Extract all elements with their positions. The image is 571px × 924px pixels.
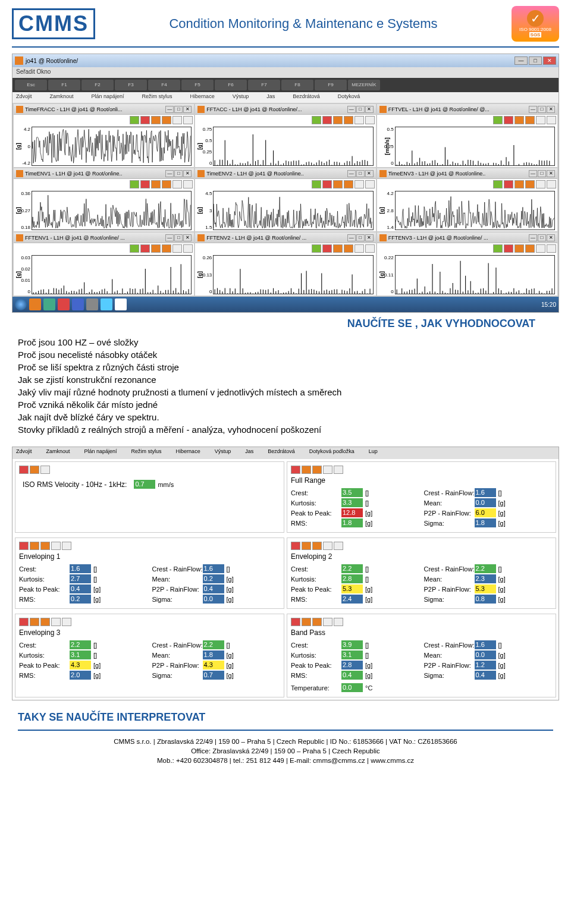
tool-icon[interactable] (525, 180, 535, 188)
panel-close-button[interactable]: ✕ (365, 234, 374, 241)
toolbar-item[interactable]: Bezdrátová (268, 448, 295, 458)
tool-icon[interactable] (322, 116, 332, 124)
taskbar-app-icon[interactable] (101, 298, 112, 310)
start-button[interactable] (15, 298, 27, 310)
tool-icon[interactable] (30, 618, 39, 626)
tool-icon[interactable] (172, 244, 182, 253)
tool-icon[interactable] (19, 542, 29, 550)
tool-icon[interactable] (40, 466, 50, 474)
tool-icon[interactable] (30, 542, 39, 550)
panel-minimize-button[interactable]: — (529, 234, 537, 241)
function-key[interactable]: Esc (15, 80, 47, 90)
panel-close-button[interactable]: ✕ (365, 170, 374, 177)
taskbar-app-icon[interactable] (58, 298, 70, 310)
tool-icon[interactable] (291, 542, 300, 550)
panel-minimize-button[interactable]: — (165, 234, 174, 241)
tool-icon[interactable] (183, 244, 193, 253)
tool-icon[interactable] (312, 618, 322, 626)
function-key[interactable]: F6 (215, 80, 247, 90)
taskbar-app-icon[interactable] (43, 298, 55, 310)
tool-icon[interactable] (514, 244, 524, 253)
plot-canvas[interactable] (395, 127, 555, 166)
panel-minimize-button[interactable]: — (347, 170, 356, 177)
taskbar-app-icon[interactable] (86, 298, 98, 310)
tool-icon[interactable] (344, 244, 353, 253)
tool-icon[interactable] (354, 116, 364, 124)
panel-minimize-button[interactable]: — (529, 170, 537, 177)
function-key[interactable]: F5 (181, 80, 214, 90)
panel-minimize-button[interactable]: — (165, 170, 174, 177)
panel-maximize-button[interactable]: □ (174, 234, 183, 241)
tool-icon[interactable] (525, 244, 535, 253)
tool-icon[interactable] (493, 244, 503, 253)
tool-icon[interactable] (547, 244, 556, 253)
toolbar-item[interactable]: Plán napájení (84, 448, 117, 458)
tool-icon[interactable] (547, 180, 556, 188)
tool-icon[interactable] (323, 542, 332, 550)
panel-close-button[interactable]: ✕ (183, 170, 192, 177)
tool-icon[interactable] (140, 244, 150, 253)
tool-icon[interactable] (536, 180, 545, 188)
panel-maximize-button[interactable]: □ (538, 106, 546, 113)
tool-icon[interactable] (302, 542, 311, 550)
tool-icon[interactable] (334, 618, 343, 626)
panel-close-button[interactable]: ✕ (183, 106, 192, 113)
tool-icon[interactable] (514, 116, 524, 124)
tool-icon[interactable] (323, 466, 332, 474)
close-button[interactable]: ✕ (543, 56, 556, 65)
toolbar-item[interactable]: Plán napájení (92, 93, 124, 102)
toolbar-item[interactable]: Dotyková (338, 93, 360, 102)
panel-close-button[interactable]: ✕ (547, 170, 555, 177)
minimize-button[interactable]: — (514, 56, 528, 65)
panel-close-button[interactable]: ✕ (183, 234, 192, 241)
function-key[interactable]: F2 (81, 80, 114, 90)
tool-icon[interactable] (162, 244, 171, 253)
tool-icon[interactable] (504, 244, 513, 253)
toolbar-item[interactable]: Dotyková podložka (309, 448, 354, 458)
plot-canvas[interactable] (213, 127, 373, 166)
tool-icon[interactable] (547, 116, 556, 124)
tool-icon[interactable] (51, 542, 61, 550)
tool-icon[interactable] (40, 618, 50, 626)
tool-icon[interactable] (504, 180, 513, 188)
tool-icon[interactable] (333, 180, 343, 188)
maximize-button[interactable]: □ (529, 56, 542, 65)
panel-maximize-button[interactable]: □ (356, 170, 365, 177)
panel-minimize-button[interactable]: — (347, 106, 356, 113)
toolbar-item[interactable]: Režim stylus (142, 93, 172, 102)
tool-icon[interactable] (302, 618, 311, 626)
tool-icon[interactable] (322, 180, 332, 188)
function-key[interactable]: MEZERNÍK (348, 80, 380, 90)
tool-icon[interactable] (536, 244, 545, 253)
tool-icon[interactable] (365, 116, 375, 124)
toolbar-item[interactable]: Jas (245, 448, 253, 458)
taskbar-app-icon[interactable] (72, 298, 84, 310)
tool-icon[interactable] (344, 116, 353, 124)
panel-maximize-button[interactable]: □ (356, 106, 365, 113)
tool-icon[interactable] (172, 116, 182, 124)
tool-icon[interactable] (162, 116, 171, 124)
tool-icon[interactable] (354, 244, 364, 253)
panel-close-button[interactable]: ✕ (547, 234, 555, 241)
function-key[interactable]: F7 (248, 80, 280, 90)
tool-icon[interactable] (130, 244, 139, 253)
tool-icon[interactable] (504, 116, 513, 124)
panel-minimize-button[interactable]: — (529, 106, 537, 113)
function-key[interactable]: F3 (115, 80, 147, 90)
plot-canvas[interactable] (32, 191, 192, 230)
toolbar-item[interactable]: Výstup (215, 448, 231, 458)
tool-icon[interactable] (312, 180, 321, 188)
toolbar-item[interactable]: Bezdrátová (293, 93, 320, 102)
panel-close-button[interactable]: ✕ (547, 106, 555, 113)
toolbar-item[interactable]: Hibernace (176, 448, 200, 458)
tool-icon[interactable] (323, 618, 332, 626)
tool-icon[interactable] (525, 116, 535, 124)
tool-icon[interactable] (312, 542, 322, 550)
tool-icon[interactable] (140, 116, 150, 124)
tool-icon[interactable] (333, 244, 343, 253)
tool-icon[interactable] (183, 180, 193, 188)
panel-minimize-button[interactable]: — (347, 234, 356, 241)
tool-icon[interactable] (334, 466, 343, 474)
tool-icon[interactable] (130, 180, 139, 188)
tool-icon[interactable] (365, 244, 375, 253)
